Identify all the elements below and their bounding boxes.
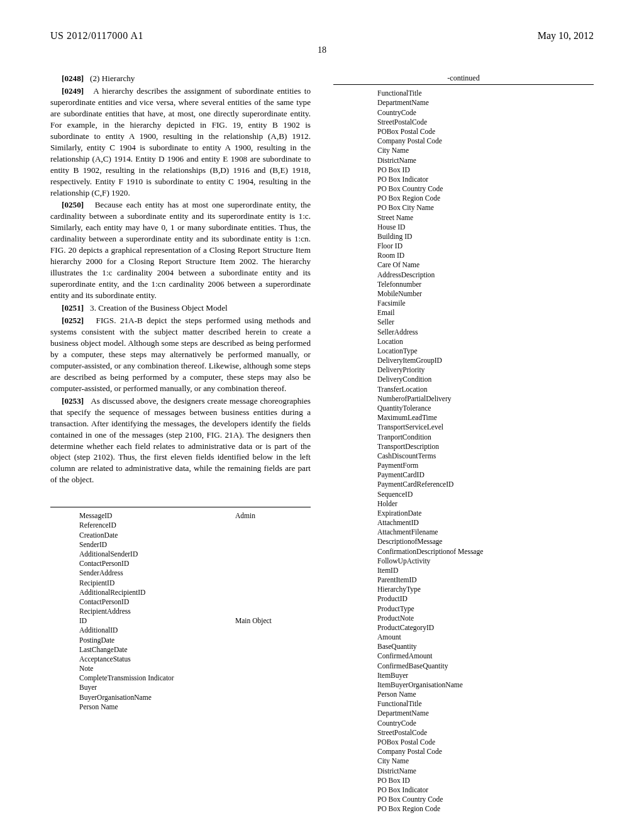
field-name: PO Box Region Code (377, 804, 594, 814)
field-name: DeliveryCondition (377, 375, 594, 384)
field-name: ConfirmationDescriptionof Message (377, 547, 594, 556)
field-name: PO Box ID (377, 165, 594, 175)
field-name: ID (79, 616, 235, 626)
field-row: ContactPersonID (50, 559, 311, 568)
field-name: Room ID (377, 251, 594, 260)
field-name: AdditionalID (79, 626, 235, 635)
field-tag (235, 636, 311, 645)
para-0250: [0250] Because each entity has at most o… (50, 199, 311, 301)
field-name: AcceptanceStatus (79, 655, 235, 664)
field-name: AdditionalSenderID (79, 550, 235, 559)
field-row: ContactPersonID (50, 597, 311, 607)
field-name: BaseQuantity (377, 642, 594, 651)
para-text: Because each entity has at most one supe… (50, 200, 311, 300)
para-number: [0253] (62, 396, 84, 406)
field-tag (235, 597, 311, 607)
field-row: RecipientID (50, 578, 311, 588)
field-name: StreetPostalCode (377, 118, 594, 127)
field-tag (235, 645, 311, 655)
field-name: ProductCategoryID (377, 623, 594, 633)
field-tag (235, 550, 311, 559)
field-name: Location (377, 337, 594, 346)
field-row: BuyerOrganisationName (50, 693, 311, 702)
field-row: CreationDate (50, 531, 311, 540)
field-name: Seller (377, 318, 594, 327)
field-name: ContactPersonID (79, 559, 235, 568)
table-rule-top (50, 507, 311, 507)
right-column: -continued FunctionalTitleDepartmentName… (333, 73, 594, 814)
para-number: [0249] (62, 86, 84, 96)
field-name: FollowUpActivity (377, 556, 594, 566)
para-text: 3. Creation of the Business Object Model (90, 303, 228, 313)
field-tag (235, 693, 311, 702)
field-name: DeliveryPriority (377, 365, 594, 375)
field-name: Person Name (377, 690, 594, 699)
field-name: Floor ID (377, 241, 594, 251)
field-name: MessageID (79, 511, 235, 521)
field-name: POBox Postal Code (377, 738, 594, 747)
field-tag (235, 626, 311, 635)
field-name: NumberofPartialDelivery (377, 394, 594, 404)
field-name: DeliveryItemGroupID (377, 356, 594, 365)
field-name: Facsimile (377, 299, 594, 308)
field-name: QuantityTolerance (377, 404, 594, 413)
field-row: AdditionalID (50, 626, 311, 635)
field-tag (235, 702, 311, 712)
para-0249: [0249] A hierarchy describes the assignm… (50, 86, 311, 199)
field-name: FunctionalTitle (377, 699, 594, 709)
field-name: Buyer (79, 683, 235, 692)
field-tag (235, 683, 311, 692)
field-name: Building ID (377, 232, 594, 241)
two-column-body: [0248] (2) Hierarchy [0249] A hierarchy … (50, 73, 594, 814)
field-name: PaymentCardReferenceID (377, 480, 594, 489)
field-name: PaymentCardID (377, 470, 594, 480)
para-0253: [0253] As discussed above, the designers… (50, 396, 311, 486)
field-name: SenderAddress (79, 568, 235, 578)
para-0248: [0248] (2) Hierarchy (50, 73, 311, 84)
field-row: IDMain Object (50, 616, 311, 626)
left-column: [0248] (2) Hierarchy [0249] A hierarchy … (50, 73, 311, 814)
field-name: BuyerOrganisationName (79, 693, 235, 702)
field-name: ConfirmedBaseQuantity (377, 661, 594, 671)
field-name: SenderID (79, 540, 235, 550)
field-name: PO Box Country Code (377, 795, 594, 804)
field-row: Note (50, 664, 311, 673)
field-tag (235, 559, 311, 568)
field-tag (235, 607, 311, 616)
field-name: CashDiscountTerms (377, 451, 594, 461)
field-name: FunctionalTitle (377, 89, 594, 98)
field-tag (235, 531, 311, 540)
para-text: (2) Hierarchy (90, 74, 135, 83)
field-name: MaximumLeadTime (377, 413, 594, 423)
field-name: PostingDate (79, 636, 235, 645)
continued-label: -continued (333, 73, 594, 83)
field-name: SellerAddress (377, 328, 594, 337)
para-0252: [0252] FIGS. 21A-B depict the steps perf… (50, 315, 311, 394)
para-number: [0252] (62, 316, 84, 325)
field-name: City Name (377, 756, 594, 766)
field-tag (235, 588, 311, 597)
field-name: PaymentForm (377, 461, 594, 470)
field-tag: Main Object (235, 616, 311, 626)
field-name: AdditionalRecipientID (79, 588, 235, 597)
field-row: Person Name (50, 702, 311, 712)
field-name: ReferenceID (79, 521, 235, 530)
field-name: AttachmentID (377, 518, 594, 528)
field-name: ItemID (377, 566, 594, 575)
field-name: AddressDescription (377, 270, 594, 280)
field-name: PO Box Region Code (377, 194, 594, 203)
field-tag (235, 655, 311, 664)
field-name: ItemBuyer (377, 671, 594, 680)
field-name: ItemBuyerOrganisationName (377, 680, 594, 690)
field-name: TransferLocation (377, 385, 594, 394)
field-name: Note (79, 664, 235, 673)
field-name: PO Box Indicator (377, 175, 594, 184)
field-name: LocationType (377, 346, 594, 356)
field-row: LastChangeDate (50, 645, 311, 655)
field-name: ContactPersonID (79, 597, 235, 607)
field-name: ParentItemID (377, 575, 594, 585)
field-row: RecipientAddress (50, 607, 311, 616)
field-name: Company Postal Code (377, 136, 594, 146)
field-name: City Name (377, 146, 594, 155)
field-name: ProductID (377, 594, 594, 604)
